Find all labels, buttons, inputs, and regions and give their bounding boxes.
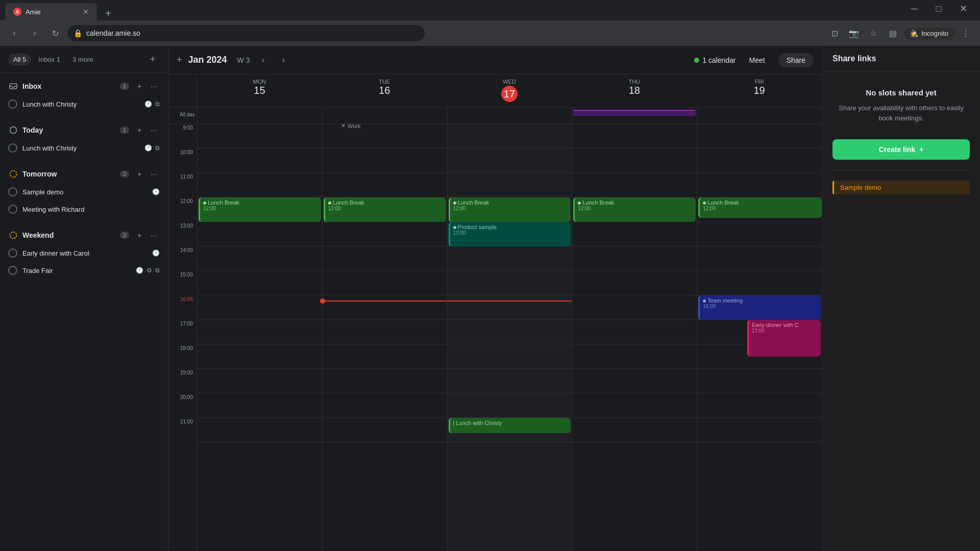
event-product-wed[interactable]: Product sample 13:00: [449, 222, 571, 246]
grid-col-mon[interactable]: Lunch Break 12:00: [197, 124, 322, 551]
sample-demo-chip[interactable]: Sample demo: [832, 181, 970, 194]
group-today-title: Today: [22, 126, 120, 134]
task-early-dinner[interactable]: Early dinner with Carol 🕐: [0, 244, 168, 262]
menu-icon[interactable]: ⋮: [958, 25, 974, 41]
event-lunch-thu[interactable]: Lunch Break 12:00: [573, 197, 696, 222]
hour-line: [697, 246, 822, 271]
back-button[interactable]: ‹: [6, 25, 22, 41]
group-tomorrow-header[interactable]: Tomorrow 2 + ···: [0, 165, 168, 183]
meet-button[interactable]: Meet: [742, 53, 772, 67]
event-team-meeting-fri[interactable]: Team meeting 16:00: [698, 295, 821, 320]
event-dot: [203, 202, 206, 205]
cal-right-actions: 1 calendar Meet Share: [694, 53, 814, 67]
event-name: Lunch Break: [578, 199, 693, 206]
hour-line: [572, 393, 697, 418]
all-day-thu[interactable]: [572, 108, 697, 123]
event-name: Lunch Break: [328, 199, 443, 206]
all-day-event-thu[interactable]: [573, 110, 696, 116]
grid-col-tue[interactable]: Lunch Break 12:00: [322, 124, 447, 551]
event-lunch-christy-wed[interactable]: | Lunch with Christy: [449, 418, 571, 433]
url-bar[interactable]: 🔒 calendar.amie.so: [67, 25, 425, 41]
task-checkbox[interactable]: [8, 205, 17, 214]
cal-prev-button[interactable]: ‹: [256, 53, 270, 67]
tab-close-btn[interactable]: ✕: [83, 8, 89, 16]
calendar-selector[interactable]: 1 calendar: [694, 56, 736, 64]
add-event-icon[interactable]: +: [177, 55, 182, 65]
browser-tab[interactable]: A Amie ✕: [5, 3, 97, 20]
task-meeting-richard[interactable]: Meeting with Richard: [0, 201, 168, 218]
task-sample-demo[interactable]: Sample demo 🕐: [0, 183, 168, 201]
grid-col-thu[interactable]: Lunch Break 12:00: [572, 124, 697, 551]
star-icon[interactable]: ☆: [865, 25, 881, 41]
clock-icon: 🕐: [136, 267, 143, 274]
hour-line: [198, 393, 322, 418]
work-label: Work: [348, 123, 360, 129]
tab-inbox[interactable]: Inbox 1: [33, 54, 65, 65]
grid-col-fri[interactable]: Lunch Break 12:00 Team meeting 16:00 Ear…: [697, 124, 822, 551]
sidebar-icon[interactable]: ▤: [885, 25, 901, 41]
tab-more[interactable]: 3 more: [67, 54, 98, 65]
work-close-icon[interactable]: ✕: [341, 122, 346, 129]
group-weekend-menu[interactable]: ···: [148, 229, 160, 241]
day-col-thu: Thu 18: [572, 74, 697, 107]
minimize-button[interactable]: ─: [902, 0, 926, 17]
new-tab-button[interactable]: +: [101, 6, 115, 20]
close-button[interactable]: ✕: [951, 0, 975, 17]
task-checkbox[interactable]: [8, 187, 17, 196]
svg-point-3: [10, 232, 17, 239]
task-trade-fair[interactable]: Trade Fair 🕐 ⚙ ⧉: [0, 262, 168, 279]
tab-all[interactable]: All 5: [8, 54, 31, 65]
event-early-dinner-fri[interactable]: Early dinner with C 17:00: [747, 320, 821, 357]
event-name: Product sample: [453, 224, 568, 230]
event-lunch-tue[interactable]: Lunch Break 12:00: [324, 197, 446, 222]
group-inbox-menu[interactable]: ···: [148, 80, 160, 92]
day-num-fri: 19: [697, 85, 822, 96]
hour-line: [448, 173, 572, 197]
group-today-add[interactable]: +: [133, 124, 145, 136]
all-day-fri[interactable]: [697, 108, 822, 123]
cal-next-button[interactable]: ›: [276, 53, 290, 67]
hour-line: [697, 418, 822, 442]
event-name: Lunch Break: [203, 199, 318, 206]
task-name: Trade Fair: [22, 267, 131, 274]
share-empty-desc: Share your availability with others to e…: [832, 103, 970, 123]
grid-col-wed[interactable]: Lunch Break 12:00 Product sample 13:00 |…: [447, 124, 572, 551]
group-weekend-add[interactable]: +: [133, 229, 145, 241]
cast-icon[interactable]: ⊡: [826, 25, 843, 41]
share-button[interactable]: Share: [778, 53, 814, 67]
all-day-wed[interactable]: [447, 108, 572, 123]
maximize-button[interactable]: □: [927, 0, 950, 17]
group-inbox-add[interactable]: +: [133, 80, 145, 92]
incognito-badge[interactable]: 🕵 Incognito: [904, 28, 954, 39]
task-checkbox[interactable]: [8, 248, 17, 258]
create-link-button[interactable]: Create link +: [832, 139, 970, 160]
group-today-menu[interactable]: ···: [148, 124, 160, 136]
group-tomorrow-add[interactable]: +: [133, 168, 145, 180]
forward-button[interactable]: ›: [27, 25, 43, 41]
task-checkbox[interactable]: [8, 266, 17, 275]
time-label-13: 13:00: [168, 222, 197, 246]
group-today-actions: + ···: [133, 124, 160, 136]
event-lunch-fri[interactable]: Lunch Break 12:00: [698, 197, 822, 218]
hour-line: [198, 173, 322, 197]
event-lunch-mon[interactable]: Lunch Break 12:00: [199, 197, 321, 222]
all-day-mon[interactable]: [197, 108, 322, 123]
svg-point-2: [10, 171, 17, 178]
time-label-10: 10:00: [168, 148, 197, 173]
task-checkbox[interactable]: [8, 143, 17, 153]
camera-icon[interactable]: 📷: [846, 25, 862, 41]
group-weekend-header[interactable]: Weekend 2 + ···: [0, 226, 168, 244]
group-today-header[interactable]: Today 1 + ···: [0, 121, 168, 139]
event-dot: [453, 202, 456, 205]
task-checkbox[interactable]: [8, 99, 17, 109]
day-name-thu: Thu: [572, 79, 697, 85]
hour-line: [198, 271, 322, 295]
today-icon: [8, 125, 18, 135]
sidebar-add-button[interactable]: +: [145, 52, 160, 66]
event-lunch-wed[interactable]: Lunch Break 12:00: [449, 197, 571, 222]
group-inbox-header[interactable]: Inbox 1 + ···: [0, 77, 168, 95]
group-tomorrow-menu[interactable]: ···: [148, 168, 160, 180]
refresh-button[interactable]: ↻: [47, 25, 63, 41]
task-lunch-christy-today[interactable]: Lunch with Christy 🕐 ⧉: [0, 139, 168, 157]
task-lunch-christy-inbox[interactable]: Lunch with Christy 🕐 ⧉: [0, 95, 168, 113]
